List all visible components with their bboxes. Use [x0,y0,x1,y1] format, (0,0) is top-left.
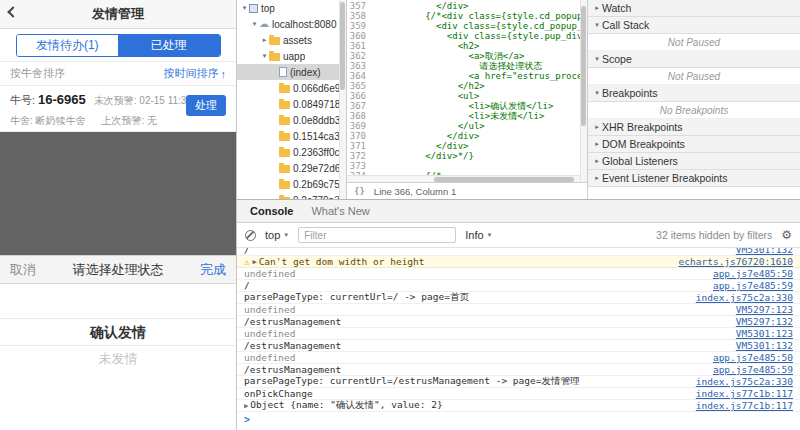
tree-item-assets[interactable]: ▸assets [237,32,346,48]
console-row[interactable]: ⚠▶Can't get dom width or heightecharts.j… [237,256,800,268]
tree-item-0-2b69c75d[interactable]: 0.2b69c75d [237,176,346,192]
estrus-list-item[interactable]: 牛号: 16-6965 末次预警: 02-15 11:37 处理 牛舍: 断奶犊… [0,86,236,132]
tree-item-0-2363ff0ce[interactable]: 0.2363ff0ce [237,144,346,160]
code-line[interactable]: 372 </div>*/} [347,151,587,161]
sidebar-section-event-listener-breakpoints[interactable]: ▸Event Listener Breakpoints [588,170,800,187]
tree-item-uapp[interactable]: ▾uapp [237,48,346,64]
tree-item-0-1514ca38l[interactable]: 0.1514ca38l [237,128,346,144]
sidebar-section-breakpoints[interactable]: ▾Breakpoints [588,85,800,102]
log-level-selector[interactable]: Info ▼ [465,229,492,241]
tab-whats-new[interactable]: What's New [302,200,378,222]
scrollbar-thumb[interactable] [581,6,586,126]
chevron-down-icon[interactable]: ▾ [260,52,269,60]
console-row[interactable]: onPickChangeindex.js77c1b:117 [237,388,800,400]
sidebar-section-xhr-breakpoints[interactable]: ▸XHR Breakpoints [588,119,800,136]
scrollbar-thumb[interactable] [434,177,574,182]
console-row[interactable]: /VM5301:132 [237,248,800,256]
tree-item-0-066d6e9c1[interactable]: 0.066d6e9c1 [237,80,346,96]
source-link[interactable]: app.js7e485:50 [713,352,793,363]
console-row[interactable]: undefinedVM5297:123 [237,304,800,316]
source-link[interactable]: app.js7e485:59 [713,280,793,291]
chevron-down-icon[interactable]: ▾ [250,20,259,28]
source-link[interactable]: index.js75c2a:330 [696,376,793,387]
tab-processed[interactable]: 已处理 [118,35,220,56]
code-line[interactable]: 366 <ul> [347,91,587,101]
back-chevron-icon[interactable] [7,6,18,17]
tree-item-localhost-8080[interactable]: ▾☁localhost:8080 [237,16,346,32]
console-row[interactable]: ▶Object {name: "确认发情", value: 2}index.js… [237,400,800,412]
source-link[interactable]: VM5301:132 [736,340,793,351]
code-line[interactable]: 365 </h2> [347,81,587,91]
code-line[interactable]: 373 [347,161,587,171]
console-row[interactable]: /estrusManagementVM5301:132 [237,340,800,352]
filter-input[interactable] [298,227,456,243]
code-line[interactable]: 371 </div> [347,141,587,151]
console-row[interactable]: undefinedVM5301:123 [237,328,800,340]
code-line[interactable]: 362 <a>取消</a> [347,51,587,61]
tree-item--index-[interactable]: (index) [237,64,346,80]
console-row[interactable]: /estrusManagementVM5297:132 [237,316,800,328]
file-tree-scrollbar[interactable] [339,0,346,199]
clear-console-icon[interactable] [245,230,256,241]
console-row[interactable]: /app.js7e485:59 [237,280,800,292]
sort-by-barn[interactable]: 按牛舍排序 [10,66,65,81]
sidebar-section-call-stack[interactable]: ▾Call Stack [588,17,800,34]
code-line[interactable]: 357 </div> [347,1,587,11]
code-line[interactable]: 358 {/*<div class={style.cd_popup_02} ro… [347,11,587,21]
console-row[interactable]: parsePageType: currentUrl=/ -> page=首页in… [237,292,800,304]
source-link[interactable]: app.js7e485:59 [713,364,793,375]
cancel-button[interactable]: 取消 [10,261,36,279]
source-link[interactable]: index.js75c2a:330 [696,292,793,303]
source-link[interactable]: VM5301:123 [736,328,793,339]
source-link[interactable]: VM5301:132 [736,248,793,255]
code-line[interactable]: 364 <a href="estrus_process.html">完成</a> [347,71,587,81]
tab-console[interactable]: Console [241,200,302,222]
code-line[interactable]: 369 </ul> [347,121,587,131]
scrollbar-thumb[interactable] [340,2,345,90]
console-prompt[interactable]: > [237,412,800,427]
source-link[interactable]: VM5297:123 [736,304,793,315]
pretty-print-icon[interactable]: {} [354,186,365,196]
tree-item-0-2c770a39c[interactable]: 0.2c770a39c [237,192,346,199]
console-row[interactable]: undefinedapp.js7e485:50 [237,268,800,280]
picker-option-confirm-estrus[interactable]: 确认发情 [0,318,236,346]
code-line[interactable]: 368 <li>未发情</li> [347,111,587,121]
sidebar-section-global-listeners[interactable]: ▸Global Listeners [588,153,800,170]
code-line[interactable]: 370 </div> [347,131,587,141]
console-row[interactable]: /estrusManagementapp.js7e485:59 [237,364,800,376]
code-line[interactable]: 361 <h2> [347,41,587,51]
sidebar-section-scope[interactable]: ▾Scope [588,51,800,68]
chevron-down-icon[interactable]: ▾ [240,4,249,12]
done-button[interactable]: 完成 [200,261,226,279]
execution-context-selector[interactable]: top ▼ [265,229,289,241]
code-line[interactable]: 363 请选择处理状态 [347,61,587,71]
console-row[interactable]: undefinedapp.js7e485:50 [237,352,800,364]
expand-caret-icon[interactable]: ▶ [244,402,248,410]
picker-option-no-estrus[interactable]: 未发情 [0,346,236,372]
sidebar-section-dom-breakpoints[interactable]: ▸DOM Breakpoints [588,136,800,153]
modal-overlay[interactable] [0,132,236,255]
tree-item-0-29e72d62c[interactable]: 0.29e72d62c [237,160,346,176]
source-link[interactable]: app.js7e485:50 [713,268,793,279]
sidebar-section-watch[interactable]: ▸Watch [588,0,800,17]
settings-gear-icon[interactable]: ⚙ [781,228,792,242]
editor-horizontal-scrollbar[interactable] [347,175,580,182]
console-row[interactable]: parsePageType: currentUrl=/estrusManagem… [237,376,800,388]
code-editor[interactable]: 357 </div>358 {/*<div class={style.cd_po… [347,0,587,199]
expand-caret-icon[interactable]: ▶ [252,258,256,266]
tree-item-0-08497180d[interactable]: 0.08497180d [237,96,346,112]
tree-item-0-0e8ddb39[interactable]: 0.0e8ddb39 [237,112,346,128]
chevron-right-icon[interactable]: ▸ [260,36,269,44]
code-line[interactable]: 360 <div class={style.pup_div_a}> [347,31,587,41]
tab-estrus-todo[interactable]: 发情待办(1) [17,35,119,56]
sort-by-time[interactable]: 按时间排序 ↑ [164,66,227,81]
editor-vertical-scrollbar[interactable] [580,0,587,182]
tree-item-top[interactable]: ▾top [237,0,346,16]
process-button[interactable]: 处理 [186,95,226,116]
code-line[interactable]: 367 <li>确认发情</li> [347,101,587,111]
source-link[interactable]: index.js77c1b:117 [696,388,793,399]
source-link[interactable]: VM5297:132 [736,316,793,327]
source-link[interactable]: echarts.js76720:1610 [679,256,793,267]
code-line[interactable]: 359 <div class={style.cd_popup_container… [347,21,587,31]
source-link[interactable]: index.js77c1b:117 [696,400,793,411]
